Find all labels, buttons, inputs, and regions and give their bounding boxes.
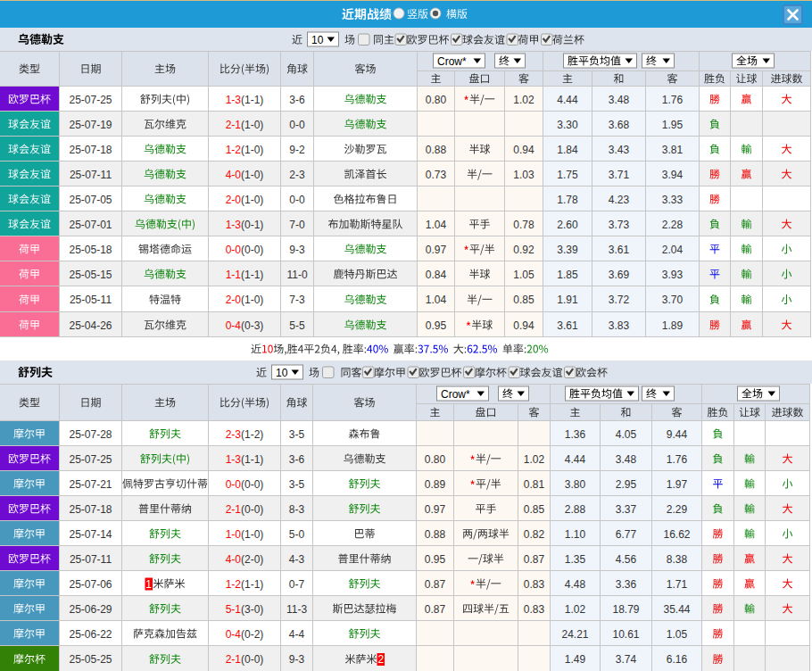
svg-text:2: 2 <box>378 653 385 666</box>
svg-text:1-3(0-1): 1-3(0-1) <box>226 219 264 231</box>
svg-text:0.89: 0.89 <box>425 478 446 491</box>
svg-text:9.44: 9.44 <box>667 428 688 441</box>
svg-text:1.76: 1.76 <box>667 453 688 466</box>
svg-text:0-0: 0-0 <box>289 119 305 131</box>
svg-text:11-0: 11-0 <box>286 269 307 281</box>
svg-text:7-3: 7-3 <box>289 294 305 306</box>
svg-text:0.87: 0.87 <box>425 578 446 591</box>
svg-text:5-0: 5-0 <box>289 528 305 541</box>
svg-text:3.68: 3.68 <box>609 119 630 131</box>
svg-text:2-0(1-0): 2-0(1-0) <box>226 194 264 206</box>
svg-text:0-4(0-3): 0-4(0-3) <box>226 319 264 332</box>
svg-text:1-3(1-1): 1-3(1-1) <box>226 94 264 106</box>
svg-text:25-07-25: 25-07-25 <box>69 94 112 106</box>
svg-text:25-07-18: 25-07-18 <box>69 144 112 156</box>
svg-text:2.04: 2.04 <box>662 244 684 256</box>
svg-text:25-07-11: 25-07-11 <box>70 169 112 181</box>
svg-text:3.70: 3.70 <box>662 294 684 306</box>
svg-text:3.81: 3.81 <box>662 144 684 156</box>
svg-text:25-07-14: 25-07-14 <box>69 528 112 541</box>
svg-text:Crow*: Crow* <box>441 388 470 401</box>
svg-text:0.87: 0.87 <box>524 553 545 566</box>
svg-text:4.44: 4.44 <box>557 94 578 106</box>
svg-text:25-05-15: 25-05-15 <box>69 269 112 281</box>
svg-text:1: 1 <box>145 578 152 591</box>
svg-text:3.33: 3.33 <box>662 194 684 206</box>
svg-text:18.79: 18.79 <box>612 603 639 616</box>
svg-text:2.95: 2.95 <box>616 478 637 491</box>
svg-text:25-07-19: 25-07-19 <box>69 119 112 131</box>
svg-text:0.81: 0.81 <box>524 478 545 491</box>
svg-text:5-5: 5-5 <box>289 319 305 332</box>
svg-text:24.21: 24.21 <box>561 628 588 641</box>
svg-text:10: 10 <box>311 34 324 46</box>
svg-text:0.83: 0.83 <box>524 603 545 616</box>
svg-text:25-07-01: 25-07-01 <box>69 219 112 231</box>
svg-text:1.71: 1.71 <box>667 578 688 591</box>
svg-text:6.77: 6.77 <box>616 528 637 541</box>
svg-text:0-0(0-0): 0-0(0-0) <box>226 478 264 491</box>
svg-text:3.80: 3.80 <box>565 478 586 491</box>
svg-text:2-1(0-0): 2-1(0-0) <box>226 503 264 516</box>
svg-text:1.76: 1.76 <box>662 94 684 106</box>
svg-text:3.69: 3.69 <box>609 269 630 281</box>
svg-text:0.73: 0.73 <box>426 169 447 181</box>
svg-text:1.03: 1.03 <box>513 169 534 181</box>
svg-text:0-7: 0-7 <box>289 578 305 591</box>
svg-text:2.28: 2.28 <box>662 219 684 231</box>
svg-text:3.83: 3.83 <box>609 319 630 332</box>
svg-text:35.44: 35.44 <box>663 603 690 616</box>
svg-text:3.73: 3.73 <box>609 219 630 231</box>
svg-text:0.88: 0.88 <box>425 528 446 541</box>
svg-text:1.89: 1.89 <box>662 319 684 332</box>
svg-text:0.95: 0.95 <box>426 319 447 332</box>
svg-text:1.35: 1.35 <box>565 553 586 566</box>
svg-text:4-0(1-0): 4-0(1-0) <box>226 169 264 181</box>
svg-text:1.02: 1.02 <box>524 453 545 466</box>
svg-text:0-0(0-0): 0-0(0-0) <box>226 244 264 256</box>
svg-text:1.97: 1.97 <box>667 478 688 491</box>
svg-text:4-3: 4-3 <box>289 553 305 566</box>
svg-text:0.80: 0.80 <box>425 453 446 466</box>
svg-text:1.84: 1.84 <box>557 144 578 156</box>
svg-text:7-0: 7-0 <box>289 219 305 231</box>
svg-text:3.39: 3.39 <box>557 244 578 256</box>
svg-text:10: 10 <box>276 367 288 379</box>
svg-text:Crow*: Crow* <box>437 55 467 68</box>
svg-text:3.48: 3.48 <box>616 453 637 466</box>
svg-text:3.93: 3.93 <box>662 269 684 281</box>
svg-text:3.94: 3.94 <box>662 169 684 181</box>
svg-text:3-6: 3-6 <box>289 453 305 466</box>
svg-text:3.30: 3.30 <box>557 119 578 131</box>
svg-text:1.95: 1.95 <box>662 119 684 131</box>
svg-text:25-07-05: 25-07-05 <box>69 194 112 206</box>
svg-text:25-07-28: 25-07-28 <box>69 428 112 441</box>
svg-text:1.04: 1.04 <box>426 294 447 306</box>
svg-text:1.04: 1.04 <box>426 219 447 231</box>
svg-text:0.87: 0.87 <box>425 603 446 616</box>
svg-text:1-3(1-1): 1-3(1-1) <box>226 453 264 466</box>
svg-text:4.05: 4.05 <box>616 428 637 441</box>
svg-text:25-05-11: 25-05-11 <box>70 294 112 306</box>
svg-text:16.62: 16.62 <box>663 528 690 541</box>
svg-text:1.75: 1.75 <box>557 169 578 181</box>
svg-text:25-07-06: 25-07-06 <box>69 578 112 591</box>
svg-text:0.80: 0.80 <box>426 94 447 106</box>
svg-text:0.92: 0.92 <box>513 244 534 256</box>
svg-text:2.60: 2.60 <box>557 219 578 231</box>
svg-text:2-1(1-0): 2-1(1-0) <box>226 119 264 131</box>
svg-text:25-05-18: 25-05-18 <box>69 244 112 256</box>
svg-text:1.10: 1.10 <box>565 528 586 541</box>
svg-text:25-06-29: 25-06-29 <box>69 603 112 616</box>
svg-text:1.05: 1.05 <box>513 269 534 281</box>
svg-text:0.82: 0.82 <box>524 528 545 541</box>
svg-text:3-6: 3-6 <box>289 94 305 106</box>
svg-text:5-1(3-0): 5-1(3-0) <box>226 603 264 616</box>
svg-text:25-07-11: 25-07-11 <box>70 553 112 566</box>
svg-text:0-0: 0-0 <box>289 194 305 206</box>
svg-text:1-0(1-0): 1-0(1-0) <box>226 528 264 541</box>
svg-text:11-3: 11-3 <box>286 603 307 616</box>
svg-text:1.05: 1.05 <box>667 628 688 641</box>
svg-text:0.85: 0.85 <box>513 294 534 306</box>
svg-text:3.72: 3.72 <box>609 294 630 306</box>
